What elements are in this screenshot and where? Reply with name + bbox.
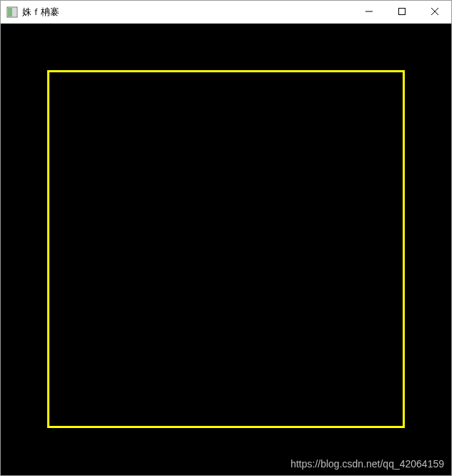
yellow-rectangle bbox=[47, 70, 405, 428]
window-title: 姝ｆ柟褰 bbox=[22, 6, 59, 19]
maximize-button[interactable] bbox=[385, 1, 418, 23]
minimize-icon bbox=[365, 6, 373, 17]
minimize-button[interactable] bbox=[353, 1, 385, 23]
close-button[interactable] bbox=[418, 1, 451, 23]
svg-rect-1 bbox=[8, 8, 12, 16]
app-icon bbox=[6, 6, 18, 18]
app-window: 姝ｆ柟褰 https://blog.csdn.net/qq_42064159 bbox=[0, 0, 452, 476]
titlebar-left: 姝ｆ柟褰 bbox=[6, 6, 59, 19]
titlebar[interactable]: 姝ｆ柟褰 bbox=[1, 1, 451, 24]
svg-rect-4 bbox=[399, 9, 406, 15]
close-icon bbox=[431, 6, 438, 17]
canvas-area: https://blog.csdn.net/qq_42064159 bbox=[1, 24, 451, 475]
titlebar-controls bbox=[353, 1, 451, 23]
watermark-text: https://blog.csdn.net/qq_42064159 bbox=[290, 458, 444, 470]
maximize-icon bbox=[398, 6, 406, 17]
svg-rect-2 bbox=[12, 8, 16, 16]
